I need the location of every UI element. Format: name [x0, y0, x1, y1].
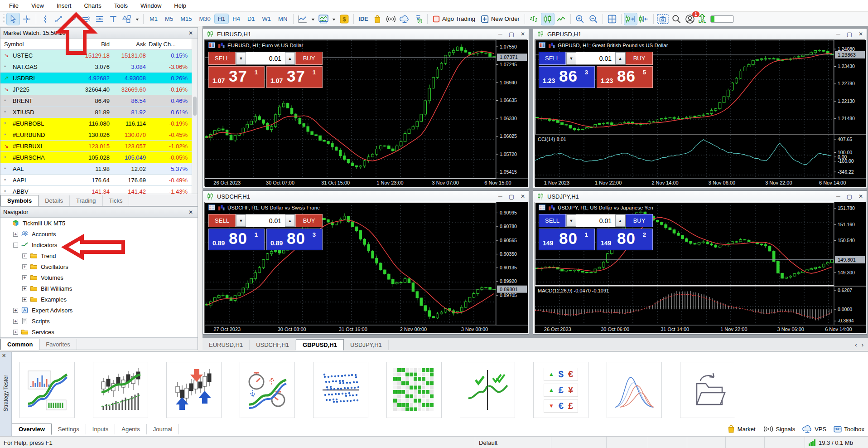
- lot-size-input[interactable]: 0.01: [576, 214, 615, 227]
- sell-button[interactable]: SELL: [208, 52, 236, 65]
- timeframe-m15[interactable]: M15: [177, 14, 195, 24]
- expand-icon[interactable]: +: [13, 232, 18, 237]
- channel-icon[interactable]: [80, 13, 92, 25]
- menu-item-window[interactable]: Window: [134, 0, 168, 11]
- chart-tab-usdchf[interactable]: USDCHF,H1: [250, 340, 296, 350]
- sell-button[interactable]: SELL: [539, 52, 566, 65]
- algo-trading-button[interactable]: Algo Trading: [430, 14, 478, 24]
- spinner-down-button[interactable]: ▼: [566, 52, 576, 64]
- tab-favorites[interactable]: Favorites: [39, 339, 77, 350]
- menu-item-tools[interactable]: Tools: [108, 0, 134, 11]
- market-watch-row[interactable]: •BRENT86.4986.540.46%: [0, 95, 198, 107]
- timeframe-h1[interactable]: H1: [215, 14, 229, 24]
- chart-shift-icon[interactable]: [638, 13, 651, 25]
- chart-window-titlebar[interactable]: EURUSD,H1—▢✕: [203, 29, 529, 39]
- chart-area[interactable]: 0.909950.907800.905650.903500.901350.899…: [204, 202, 527, 333]
- close-icon[interactable]: ✕: [858, 31, 863, 37]
- navigator-item-services[interactable]: +Services: [0, 326, 198, 337]
- scroll-right-icon[interactable]: ›: [862, 341, 863, 348]
- line-chart-icon[interactable]: [555, 13, 568, 25]
- search-icon[interactable]: [670, 13, 683, 25]
- maximize-icon[interactable]: ▢: [509, 193, 514, 200]
- timeframe-m5[interactable]: M5: [162, 14, 176, 24]
- timeframe-m1[interactable]: M1: [146, 14, 161, 24]
- new-order-button[interactable]: New Order: [478, 14, 522, 24]
- market-watch-row[interactable]: •#EURBOBL116.080116.114-0.19%: [0, 118, 198, 129]
- tester-tab-agents[interactable]: Agents: [115, 424, 146, 434]
- ray-icon[interactable]: [66, 13, 79, 25]
- column-header-bid[interactable]: Bid: [71, 41, 112, 48]
- expand-icon[interactable]: +: [22, 264, 27, 269]
- market-button[interactable]: Market: [727, 424, 756, 433]
- navigator-item-trend[interactable]: +Trend: [0, 250, 198, 261]
- lot-size-input[interactable]: 0.01: [246, 52, 285, 64]
- zoom-in-icon[interactable]: [574, 13, 586, 25]
- scatter-dots-card[interactable]: [313, 362, 368, 418]
- menu-item-view[interactable]: View: [25, 0, 50, 11]
- expand-icon[interactable]: +: [22, 253, 27, 258]
- dropdown-arrow-icon[interactable]: [134, 13, 140, 25]
- timeframe-h4[interactable]: H4: [229, 14, 243, 24]
- candles-chart-icon[interactable]: [541, 13, 554, 25]
- chart-window-titlebar[interactable]: USDCHF,H1—▢✕: [203, 191, 529, 202]
- menu-item-insert[interactable]: Insert: [50, 0, 78, 11]
- tester-tab-journal[interactable]: Journal: [147, 424, 179, 434]
- market-watch-row[interactable]: •XTIUSD81.8981.920.61%: [0, 107, 198, 118]
- market-watch-row[interactable]: •AAPL176.64176.69-0.49%: [0, 175, 198, 186]
- zoom-out-icon[interactable]: [587, 13, 600, 25]
- chart-window-titlebar[interactable]: GBPUSD,H1—▢✕: [533, 29, 867, 39]
- chart-tab-eurusd[interactable]: EURUSD,H1: [203, 340, 250, 350]
- chart-tab-usdjpy[interactable]: USDJPY,H1: [344, 340, 389, 350]
- menu-item-charts[interactable]: Charts: [77, 0, 107, 11]
- market-watch-row[interactable]: ↘USTEC15129.1815131.080.15%: [0, 50, 198, 61]
- buy-button[interactable]: BUY: [295, 52, 323, 65]
- collapse-icon[interactable]: −: [13, 243, 18, 248]
- spinner-up-button[interactable]: ▲: [285, 52, 295, 64]
- close-icon[interactable]: ✕: [187, 209, 195, 215]
- navigator-item-scripts[interactable]: +Scripts: [0, 316, 198, 326]
- expand-icon[interactable]: +: [22, 297, 27, 302]
- trendline-icon[interactable]: [53, 13, 65, 25]
- expand-icon[interactable]: +: [22, 286, 27, 291]
- chart-tab-gbpusd[interactable]: GBPUSD,H1: [296, 339, 344, 351]
- minimize-icon[interactable]: —: [498, 194, 502, 199]
- close-icon[interactable]: ✕: [521, 31, 525, 37]
- sell-price-box[interactable]: 1.07371: [208, 66, 265, 88]
- trade-arrows-card[interactable]: [166, 362, 222, 418]
- column-header-dailych[interactable]: Daily Ch...: [149, 41, 191, 48]
- tab-details[interactable]: Details: [39, 195, 70, 206]
- dropdown-arrow-icon[interactable]: [331, 13, 337, 25]
- navigator-item-tickmill-uk-mt5[interactable]: Tickmill UK MT5: [0, 218, 198, 229]
- crosshair-icon[interactable]: [20, 13, 33, 25]
- market-watch-row[interactable]: •#EURSCHA105.028105.049-0.05%: [0, 152, 198, 163]
- open-folder-card[interactable]: [680, 362, 735, 418]
- buy-price-box[interactable]: 0.89803: [266, 229, 323, 250]
- navigator-item-oscillators[interactable]: +Oscillators: [0, 261, 198, 272]
- vps-button[interactable]: VPS: [802, 425, 826, 433]
- spinner-down-button[interactable]: ▼: [236, 52, 246, 64]
- timeframe-m30[interactable]: M30: [196, 14, 213, 24]
- tab-symbols[interactable]: Symbols: [0, 195, 39, 206]
- indicator-window-icon[interactable]: [317, 13, 330, 25]
- chart-area[interactable]: CCI(14) 8.01407.65100.000.00-100.00-346.…: [535, 39, 865, 186]
- auto-scroll-icon[interactable]: [624, 13, 637, 25]
- navigator-item-volumes[interactable]: +Volumes: [0, 272, 198, 283]
- market-watch-row[interactable]: ↗USDBRL4.926824.930080.26%: [0, 73, 198, 84]
- status-profile[interactable]: Default: [475, 437, 551, 448]
- tester-tab-settings[interactable]: Settings: [52, 424, 86, 434]
- tester-tab-overview[interactable]: Overview: [12, 424, 52, 435]
- indicator-line-icon[interactable]: [296, 13, 309, 25]
- market-watch-row[interactable]: •ABBV141.34141.42-1.43%: [0, 186, 198, 194]
- profile-icon[interactable]: 1: [684, 13, 696, 25]
- navigator-item-examples[interactable]: +Examples: [0, 294, 198, 305]
- quotes-icon[interactable]: [218, 205, 225, 210]
- lot-size-input[interactable]: 0.01: [576, 52, 615, 64]
- minimize-icon[interactable]: —: [836, 32, 840, 36]
- spinner-up-button[interactable]: ▲: [615, 52, 625, 64]
- quotes-icon[interactable]: [548, 205, 555, 210]
- buy-price-box[interactable]: 1.07371: [266, 66, 323, 88]
- cloud-icon[interactable]: [398, 13, 411, 25]
- text-icon[interactable]: [107, 13, 120, 25]
- tab-ticks[interactable]: Ticks: [103, 195, 130, 206]
- shapes-icon[interactable]: [121, 13, 133, 25]
